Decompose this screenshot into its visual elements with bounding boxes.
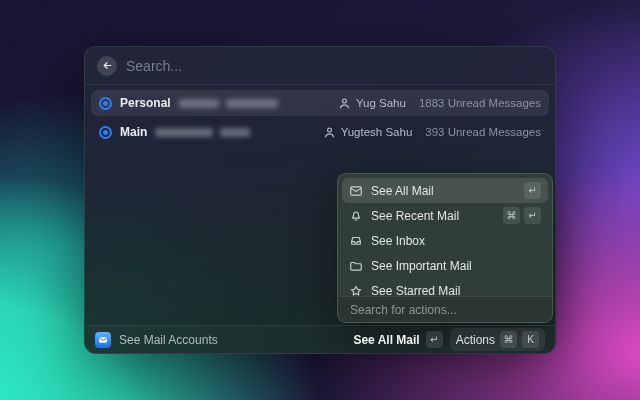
back-button[interactable] — [97, 56, 117, 76]
account-meta: Yugtesh Sahu 393 Unread Messages — [323, 126, 541, 139]
action-see-inbox[interactable]: See Inbox — [342, 228, 548, 253]
footer-bar: See Mail Accounts See All Mail ↵ Actions… — [85, 325, 555, 353]
search-header — [85, 47, 555, 85]
return-key-badge: ↵ — [426, 331, 443, 348]
mail-app-icon — [95, 332, 111, 348]
account-meta: Yug Sahu 1883 Unread Messages — [338, 97, 541, 110]
action-see-important-mail[interactable]: See Important Mail — [342, 253, 548, 278]
action-label: See All Mail — [371, 184, 434, 198]
actions-popup: See All Mail ↵ See Recent Mail ⌘ ↵ — [337, 173, 553, 323]
inbox-icon — [349, 234, 363, 248]
back-arrow-icon — [102, 60, 113, 71]
account-row-main[interactable]: Main Yugtesh Sahu 393 Unread Messages — [91, 119, 549, 145]
account-list: Personal Yug Sahu 1883 Unread Messages M… — [85, 85, 555, 145]
actions-menu-label: Actions — [456, 333, 495, 347]
shortcut-keys: ↵ — [524, 182, 541, 199]
footer-actions: See All Mail ↵ Actions ⌘ K — [353, 328, 545, 351]
primary-action-label: See All Mail — [353, 333, 419, 347]
account-row-personal[interactable]: Personal Yug Sahu 1883 Unread Messages — [91, 90, 549, 116]
account-owner: Yugtesh Sahu — [341, 126, 413, 138]
launcher-window: Personal Yug Sahu 1883 Unread Messages M… — [84, 46, 556, 354]
unread-count: 393 Unread Messages — [425, 126, 541, 138]
account-label: Main — [120, 125, 147, 139]
shortcut-keys: ⌘ ↵ — [503, 207, 541, 224]
account-radio-icon — [99, 126, 112, 139]
action-label: See Inbox — [371, 234, 425, 248]
redacted-email — [155, 128, 250, 137]
k-key-badge: K — [522, 331, 539, 348]
command-key-badge: ⌘ — [503, 207, 520, 224]
account-label: Personal — [120, 96, 171, 110]
footer-command-title: See Mail Accounts — [119, 333, 218, 347]
folder-icon — [349, 259, 363, 273]
actions-search-input[interactable] — [350, 303, 540, 317]
search-input[interactable] — [126, 58, 543, 74]
account-radio-icon — [99, 97, 112, 110]
action-label: See Important Mail — [371, 259, 472, 273]
action-label: See Recent Mail — [371, 209, 459, 223]
envelope-icon — [349, 184, 363, 198]
unread-count: 1883 Unread Messages — [419, 97, 541, 109]
redacted-email — [179, 99, 278, 108]
return-key-badge: ↵ — [524, 182, 541, 199]
primary-action-button[interactable]: See All Mail ↵ — [353, 331, 442, 348]
command-key-badge: ⌘ — [500, 331, 517, 348]
action-see-recent-mail[interactable]: See Recent Mail ⌘ ↵ — [342, 203, 548, 228]
actions-menu-button[interactable]: Actions ⌘ K — [450, 328, 545, 351]
bell-icon — [349, 209, 363, 223]
person-icon — [338, 97, 351, 110]
actions-list: See All Mail ↵ See Recent Mail ⌘ ↵ — [342, 178, 548, 303]
return-key-badge: ↵ — [524, 207, 541, 224]
actions-search-bar — [338, 296, 552, 322]
person-icon — [323, 126, 336, 139]
action-see-all-mail[interactable]: See All Mail ↵ — [342, 178, 548, 203]
account-owner: Yug Sahu — [356, 97, 406, 109]
